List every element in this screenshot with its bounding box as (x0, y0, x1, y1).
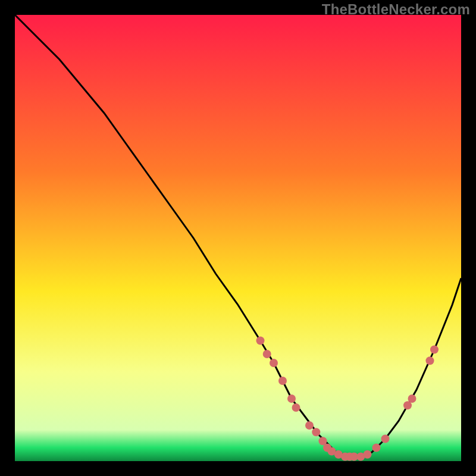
data-marker (256, 337, 265, 345)
data-marker (305, 421, 314, 430)
data-marker (312, 428, 320, 436)
data-marker (278, 377, 287, 385)
gradient-background (15, 15, 461, 461)
data-marker (372, 444, 381, 452)
bottleneck-chart (15, 15, 461, 461)
data-marker (381, 435, 390, 443)
data-marker (426, 356, 434, 365)
data-marker (408, 394, 416, 403)
chart-svg (15, 15, 461, 461)
data-marker (270, 359, 278, 367)
data-marker (287, 394, 296, 403)
data-marker (430, 346, 439, 354)
watermark-text: TheBottleNecker.com (322, 1, 470, 18)
data-marker (263, 350, 271, 358)
data-marker (292, 403, 300, 412)
data-marker (364, 450, 372, 459)
